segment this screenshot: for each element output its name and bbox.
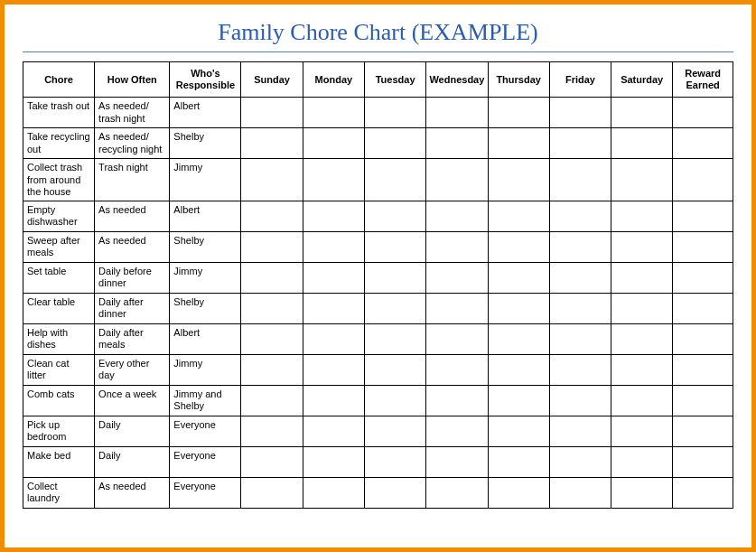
cell-who: Everyone — [170, 416, 241, 446]
document-frame: Family Chore Chart (EXAMPLE) Chore How O… — [0, 0, 756, 552]
cell-day — [303, 323, 364, 354]
table-row: Sweep after mealsAs neededShelby — [23, 231, 733, 262]
cell-how-often: As needed/ recycling night — [95, 128, 170, 159]
header-thursday: Thursday — [488, 62, 549, 98]
table-header-row: Chore How Often Who's Responsible Sunday… — [23, 62, 733, 98]
cell-day — [488, 446, 549, 477]
cell-day — [241, 98, 303, 128]
cell-day — [426, 477, 488, 508]
cell-day — [303, 98, 364, 128]
cell-day — [549, 354, 611, 385]
cell-day — [303, 477, 364, 508]
cell-day — [364, 385, 425, 416]
cell-chore: Take recycling out — [23, 128, 95, 159]
cell-who: Everyone — [170, 477, 241, 508]
cell-day — [241, 323, 303, 354]
cell-chore: Set table — [23, 262, 95, 293]
cell-chore: Collect laundry — [23, 477, 95, 508]
table-row: Set tableDaily before dinnerJimmy — [23, 262, 733, 293]
cell-day — [488, 128, 549, 159]
cell-day — [241, 477, 303, 508]
cell-day — [303, 231, 364, 262]
cell-who: Jimmy and Shelby — [170, 385, 241, 416]
cell-how-often: Once a week — [95, 385, 170, 416]
table-row: Take recycling outAs needed/ recycling n… — [23, 128, 733, 159]
cell-day — [549, 159, 611, 201]
cell-day — [426, 354, 488, 385]
header-reward: Reward Earned — [673, 62, 733, 98]
cell-day — [549, 231, 611, 262]
cell-day — [303, 416, 364, 446]
cell-chore: Pick up bedroom — [23, 416, 95, 446]
cell-day — [364, 231, 425, 262]
cell-day — [549, 446, 611, 477]
table-body: Take trash outAs needed/ trash nightAlbe… — [23, 98, 733, 509]
cell-how-often: Daily — [95, 416, 170, 446]
cell-day — [611, 477, 673, 508]
cell-day — [364, 293, 425, 323]
cell-day — [303, 159, 364, 201]
header-who: Who's Responsible — [170, 62, 241, 98]
cell-day — [488, 416, 549, 446]
cell-day — [611, 98, 673, 128]
cell-who: Shelby — [170, 128, 241, 159]
cell-chore: Clean cat litter — [23, 354, 95, 385]
cell-day — [426, 416, 488, 446]
table-row: Clear tableDaily after dinnerShelby — [23, 293, 733, 323]
cell-chore: Clear table — [23, 293, 95, 323]
cell-day — [426, 446, 488, 477]
cell-day — [364, 323, 425, 354]
cell-reward — [673, 231, 733, 262]
cell-day — [549, 293, 611, 323]
cell-chore: Make bed — [23, 446, 95, 477]
cell-day — [426, 231, 488, 262]
cell-how-often: As needed/ trash night — [95, 98, 170, 128]
cell-day — [364, 262, 425, 293]
cell-reward — [673, 323, 733, 354]
cell-chore: Comb cats — [23, 385, 95, 416]
cell-day — [611, 128, 673, 159]
header-how-often: How Often — [95, 62, 170, 98]
cell-chore: Collect trash from around the house — [23, 159, 95, 201]
cell-day — [364, 159, 425, 201]
cell-reward — [673, 477, 733, 508]
cell-day — [549, 477, 611, 508]
cell-day — [426, 323, 488, 354]
cell-day — [611, 293, 673, 323]
cell-how-often: Daily before dinner — [95, 262, 170, 293]
cell-day — [488, 201, 549, 231]
cell-day — [488, 231, 549, 262]
cell-who: Albert — [170, 201, 241, 231]
cell-day — [488, 354, 549, 385]
cell-who: Everyone — [170, 446, 241, 477]
cell-who: Albert — [170, 323, 241, 354]
table-row: Comb catsOnce a weekJimmy and Shelby — [23, 385, 733, 416]
cell-day — [426, 293, 488, 323]
cell-how-often: Daily after dinner — [95, 293, 170, 323]
cell-who: Jimmy — [170, 262, 241, 293]
cell-how-often: As needed — [95, 477, 170, 508]
header-tuesday: Tuesday — [364, 62, 425, 98]
cell-chore: Help with dishes — [23, 323, 95, 354]
cell-day — [611, 323, 673, 354]
cell-reward — [673, 385, 733, 416]
table-row: Collect trash from around the houseTrash… — [23, 159, 733, 201]
cell-day — [364, 128, 425, 159]
cell-day — [303, 354, 364, 385]
cell-day — [241, 201, 303, 231]
cell-day — [611, 262, 673, 293]
cell-day — [549, 98, 611, 128]
table-row: Pick up bedroomDailyEveryone — [23, 416, 733, 446]
cell-who: Jimmy — [170, 159, 241, 201]
cell-day — [549, 385, 611, 416]
cell-day — [549, 201, 611, 231]
cell-day — [303, 262, 364, 293]
page-title: Family Chore Chart (EXAMPLE) — [23, 17, 733, 52]
cell-day — [364, 98, 425, 128]
cell-day — [426, 262, 488, 293]
header-sunday: Sunday — [241, 62, 303, 98]
cell-day — [303, 128, 364, 159]
cell-day — [611, 354, 673, 385]
table-row: Take trash outAs needed/ trash nightAlbe… — [23, 98, 733, 128]
cell-reward — [673, 98, 733, 128]
